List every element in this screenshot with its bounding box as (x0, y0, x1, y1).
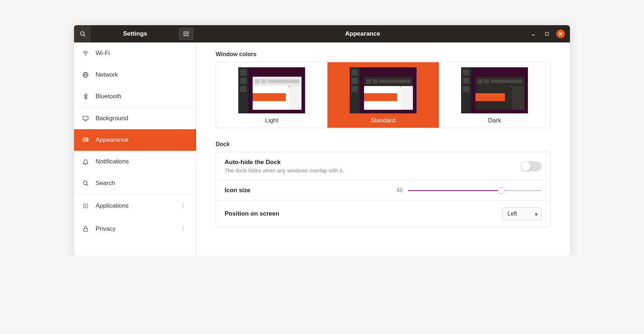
sidebar-item-appearance[interactable]: Appearance (74, 129, 196, 151)
svg-point-20 (83, 204, 84, 205)
sidebar-item-network[interactable]: Network (74, 64, 196, 86)
sidebar-item-label: Privacy (96, 225, 116, 233)
svg-rect-13 (83, 116, 88, 120)
grid-icon (82, 203, 89, 209)
theme-option-dark[interactable]: Dark (439, 62, 550, 128)
sidebar-item-label: Appearance (96, 136, 129, 144)
svg-point-16 (84, 139, 85, 140)
sidebar-item-label: Wi-Fi (96, 50, 110, 57)
svg-point-26 (83, 207, 84, 208)
autohide-toggle[interactable] (521, 161, 542, 171)
bell-icon (82, 158, 89, 165)
dock-autohide-row: Auto-hide the Dock The dock hides when a… (216, 152, 550, 180)
dock-heading: Dock (216, 141, 551, 148)
minimize-button[interactable] (529, 30, 538, 38)
position-title: Position on screen (225, 210, 279, 217)
svg-line-19 (87, 184, 88, 186)
sidebar-item-label: Notifications (96, 158, 129, 165)
page-title: Appearance (196, 30, 529, 37)
search-button[interactable] (74, 25, 91, 42)
sidebar-item-label: Network (96, 71, 118, 78)
sidebar-title: Settings (91, 30, 179, 37)
appearance-icon (82, 137, 89, 143)
theme-option-standard[interactable]: Standard (327, 62, 439, 128)
search-icon (80, 31, 86, 37)
maximize-icon (545, 32, 549, 36)
sidebar-item-applications[interactable]: Applications 〉 (74, 194, 196, 217)
sidebar-item-wifi[interactable]: Wi-Fi (74, 42, 196, 64)
search-icon (82, 180, 89, 186)
content-area: Window colors Light Standard (196, 42, 570, 256)
titlebar: Settings Appearance (74, 25, 570, 42)
titlebar-right: Appearance (196, 25, 570, 42)
wifi-icon (82, 50, 89, 57)
sidebar-item-notifications[interactable]: Notifications (74, 151, 196, 172)
svg-line-1 (84, 35, 85, 36)
autohide-title: Auto-hide the Dock (225, 159, 344, 166)
chevron-right-icon: 〉 (181, 225, 188, 233)
position-select[interactable]: Left (502, 207, 542, 220)
sidebar-item-background[interactable]: Background (74, 107, 196, 129)
sidebar-item-label: Bluetooth (96, 93, 121, 100)
svg-rect-17 (86, 139, 87, 140)
svg-point-9 (85, 55, 86, 56)
svg-point-28 (87, 207, 88, 208)
hamburger-icon (183, 32, 189, 36)
position-value: Left (507, 211, 517, 217)
theme-label: Light (265, 117, 279, 124)
svg-point-22 (87, 204, 88, 205)
sidebar-item-label: Applications (96, 202, 129, 209)
svg-point-21 (85, 204, 86, 205)
bluetooth-icon (82, 93, 89, 100)
minimize-icon (532, 32, 535, 36)
chevron-right-icon: 〉 (181, 202, 188, 210)
settings-window: Settings Appearance (74, 25, 570, 256)
theme-selector: Light Standard Dark (216, 62, 551, 128)
maximize-button[interactable] (543, 30, 551, 38)
sidebar-item-privacy[interactable]: Privacy 〉 (74, 217, 196, 240)
svg-point-0 (80, 32, 84, 35)
theme-option-light[interactable]: Light (216, 62, 327, 128)
sidebar-item-bluetooth[interactable]: Bluetooth (74, 86, 196, 107)
sidebar-item-label: Background (96, 115, 128, 122)
svg-point-24 (85, 206, 86, 207)
window-colors-heading: Window colors (216, 51, 551, 58)
window-body: Wi-Fi Network Bluetooth Background Appea… (74, 42, 570, 256)
autohide-subtitle: The dock hides when any windows overlap … (225, 167, 344, 173)
theme-label: Dark (488, 117, 501, 124)
close-icon (559, 32, 562, 36)
theme-thumb-dark (461, 67, 528, 113)
iconsize-slider[interactable] (408, 187, 542, 194)
svg-point-25 (87, 206, 88, 207)
lock-icon (82, 226, 89, 232)
theme-thumb-standard (350, 67, 417, 113)
dock-iconsize-row: Icon size 48 (216, 180, 550, 201)
display-icon (82, 115, 89, 122)
hamburger-button[interactable] (179, 28, 193, 40)
sidebar-item-search[interactable]: Search (74, 172, 196, 194)
globe-icon (82, 72, 89, 78)
dock-panel: Auto-hide the Dock The dock hides when a… (216, 152, 551, 227)
dock-position-row: Position on screen Left (216, 201, 550, 227)
theme-thumb-light (238, 67, 305, 113)
titlebar-left: Settings (74, 25, 196, 42)
iconsize-value: 48 (391, 187, 403, 194)
svg-point-18 (83, 181, 87, 185)
close-button[interactable] (556, 30, 565, 38)
theme-label: Standard (371, 117, 396, 124)
window-controls (529, 30, 570, 38)
svg-point-23 (83, 206, 84, 207)
sidebar: Wi-Fi Network Bluetooth Background Appea… (74, 42, 196, 256)
iconsize-title: Icon size (225, 187, 250, 194)
sidebar-item-label: Search (96, 180, 115, 187)
svg-rect-29 (84, 229, 87, 231)
svg-rect-6 (546, 32, 548, 35)
svg-point-27 (85, 207, 86, 208)
